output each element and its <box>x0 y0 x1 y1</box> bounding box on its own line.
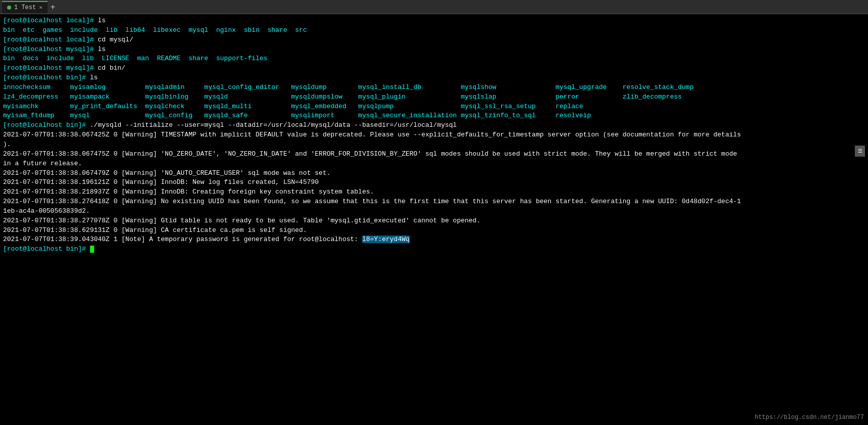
terminal-line: myisamchk my_print_defaults mysqlcheck m… <box>3 102 865 112</box>
terminal-line: 2021-07-07T01:38:38.067425Z 0 [Warning] … <box>3 130 865 140</box>
terminal-line: [root@localhost mysql]# ls <box>3 45 865 55</box>
terminal-line: innochecksum myisamlog mysqladmin mysql_… <box>3 83 865 92</box>
terminal-line: 2021-07-07T01:38:38.067479Z 0 [Warning] … <box>3 169 865 178</box>
terminal-line: [root@localhost bin]# ./mysqld --initial… <box>3 121 865 130</box>
cmd: ls <box>98 17 106 24</box>
terminal-line: [root@localhost bin]# ls <box>3 73 865 83</box>
terminal-line: bin docs include lib LICENSE man README … <box>3 54 865 64</box>
new-tab-button[interactable]: + <box>48 3 58 12</box>
terminal-line: 2021-07-07T01:38:38.218937Z 0 [Warning] … <box>3 187 865 197</box>
tab-close-button[interactable]: ✕ <box>39 4 42 11</box>
terminal-line: 2021-07-07T01:38:38.276418Z 0 [Warning] … <box>3 197 865 207</box>
tab-1-test[interactable]: 1 Test ✕ <box>2 1 48 13</box>
terminal-line: 2021-07-07T01:38:38.629131Z 0 [Warning] … <box>3 226 865 235</box>
terminal-line: [root@localhost local]# ls <box>3 16 865 26</box>
watermark: https://blog.csdn.net/jianmo77 <box>755 414 864 421</box>
prompt: [root@localhost local]# <box>3 17 98 24</box>
terminal-line: 2021-07-07T01:38:38.067475Z 0 [Warning] … <box>3 150 865 159</box>
terminal-line: 2021-07-07T01:38:38.277078Z 0 [Warning] … <box>3 216 865 226</box>
tab-label: 1 Test <box>14 4 36 11</box>
tab-bar: 1 Test ✕ + <box>0 0 868 14</box>
terminal-line: [root@localhost mysql]# cd bin/ <box>3 64 865 73</box>
terminal-line: 2021-07-07T01:38:38.196121Z 0 [Warning] … <box>3 178 865 187</box>
password-line: 2021-07-07T01:38:39.043040Z 1 [Note] A t… <box>3 235 865 245</box>
terminal-cursor <box>90 246 94 253</box>
terminal-line: [root@localhost local]# cd mysql/ <box>3 35 865 45</box>
terminal-line: myisam_ftdump mysql mysql_config mysqld_… <box>3 111 865 121</box>
terminal-line: in a future release. <box>3 159 865 169</box>
terminal-line: ). <box>3 140 865 150</box>
terminal-line: [root@localhost bin]# <box>3 245 865 254</box>
terminal-line: 1eb-ac4a-0050563839d2. <box>3 207 865 216</box>
password-highlight: l8=Y:eryd4Wq <box>362 235 410 243</box>
terminal-line: bin etc games include lib lib64 libexec … <box>3 26 865 35</box>
scroll-indicator[interactable]: ☰ <box>855 146 865 157</box>
terminal: [root@localhost local]# ls bin etc games… <box>0 14 868 425</box>
tab-dot <box>7 6 11 10</box>
terminal-line: lz4_decompress myisampack mysqlbinlog my… <box>3 92 865 102</box>
